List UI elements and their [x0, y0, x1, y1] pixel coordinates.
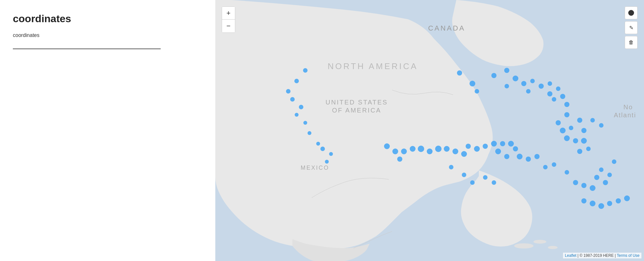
zoom-controls: + − [222, 6, 235, 33]
attribution-text: | © 1987-2019 HERE | [577, 253, 617, 258]
leaflet-link[interactable]: Leaflet [565, 253, 577, 258]
left-panel: coordinates coordinates [0, 0, 215, 261]
svg-point-2 [533, 240, 546, 244]
svg-text:UNITED STATES: UNITED STATES [326, 99, 388, 106]
svg-point-1 [514, 243, 533, 248]
coordinates-input[interactable] [13, 40, 161, 49]
trash-icon: 🗑 [629, 40, 634, 45]
delete-button[interactable]: 🗑 [625, 36, 638, 49]
svg-text:No: No [623, 104, 633, 111]
map-container: CANADA NORTH AMERICA UNITED STATES OF AM… [215, 0, 644, 261]
terms-link[interactable]: Terms of Use [617, 253, 640, 258]
zoom-in-button[interactable]: + [222, 7, 235, 20]
zoom-out-button[interactable]: − [222, 20, 235, 32]
marker-button[interactable] [625, 6, 638, 19]
svg-text:CANADA: CANADA [428, 24, 465, 32]
map-attribution: Leaflet | © 1987-2019 HERE | Terms of Us… [563, 253, 641, 258]
coordinates-label: coordinates [13, 32, 202, 38]
edit-icon: ✎ [629, 25, 633, 31]
svg-text:Atlanti: Atlanti [614, 112, 636, 119]
page-title: coordinates [13, 13, 202, 25]
svg-text:OF AMERICA: OF AMERICA [332, 107, 381, 114]
svg-point-3 [548, 246, 558, 249]
right-controls: ✎ 🗑 [625, 6, 638, 49]
svg-text:MEXICO: MEXICO [300, 165, 329, 171]
edit-button[interactable]: ✎ [625, 21, 638, 34]
map-background: CANADA NORTH AMERICA UNITED STATES OF AM… [215, 0, 644, 261]
svg-text:NORTH AMERICA: NORTH AMERICA [327, 61, 418, 71]
circle-icon [628, 10, 634, 16]
